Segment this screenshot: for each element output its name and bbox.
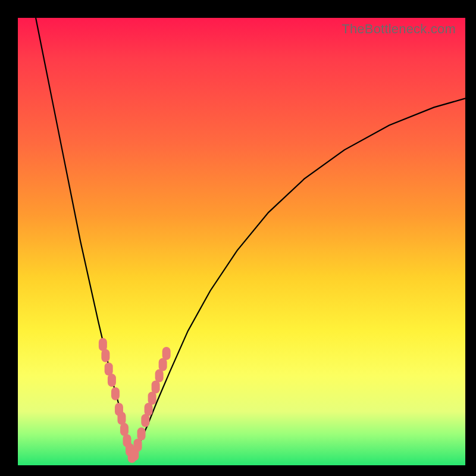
marker-dot bbox=[148, 392, 156, 405]
marker-dot bbox=[141, 414, 149, 427]
marker-group bbox=[99, 338, 171, 463]
marker-dot bbox=[159, 358, 167, 371]
marker-dot bbox=[111, 387, 120, 400]
marker-dot bbox=[99, 338, 107, 351]
marker-dot bbox=[105, 362, 113, 375]
chart-overlay bbox=[18, 18, 465, 465]
plot-area: TheBottleneck.com bbox=[18, 18, 465, 465]
curve-right bbox=[133, 98, 465, 458]
marker-dot bbox=[120, 423, 129, 436]
marker-dot bbox=[137, 427, 146, 440]
marker-dot bbox=[117, 412, 126, 425]
marker-dot bbox=[155, 369, 164, 383]
outer-frame: TheBottleneck.com bbox=[0, 0, 476, 476]
marker-dot bbox=[145, 403, 153, 416]
marker-dot bbox=[101, 349, 109, 362]
marker-dot bbox=[134, 439, 142, 452]
marker-dot bbox=[162, 347, 171, 360]
marker-dot bbox=[152, 380, 160, 393]
marker-dot bbox=[108, 374, 116, 387]
